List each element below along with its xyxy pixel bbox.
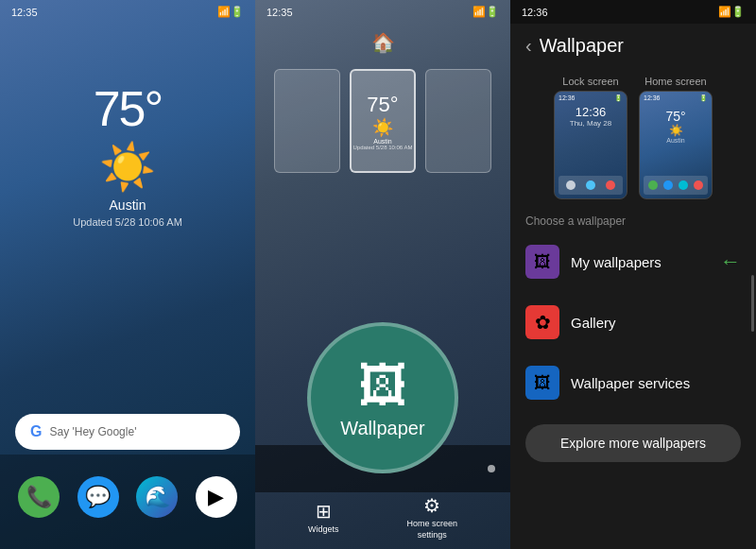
home-screen-preview[interactable]: Home screen 12:36 🔋 75° ☀️ Austin xyxy=(639,76,713,199)
wallpaper-services-option[interactable]: 🖼 Wallpaper services xyxy=(510,352,756,413)
wallpaper-circle-overlay: 🖼 Wallpaper xyxy=(307,322,458,473)
google-search-bar[interactable]: G Say 'Hey Google' xyxy=(15,414,240,450)
mini-screen-center: 75° ☀️ Austin Updated 5/28 10:06 AM xyxy=(350,69,416,173)
middle-indicator-dot xyxy=(488,465,495,472)
preview-home-dock-1 xyxy=(648,180,658,190)
preview-home-city: Austin xyxy=(640,137,712,144)
preview-lock-big-time: 12:36 xyxy=(555,105,627,119)
preview-home-dock xyxy=(644,176,708,195)
settings-header: ‹ Wallpaper xyxy=(510,24,756,68)
preview-dock-1 xyxy=(566,180,576,190)
phone-app-icon[interactable]: 📞 xyxy=(18,476,60,518)
left-sun-icon: ☀️ xyxy=(0,141,255,194)
middle-bottom-icons: ⊞ Widgets ⚙ Home screen settings xyxy=(255,494,510,540)
explore-more-button[interactable]: Explore more wallpapers xyxy=(525,424,741,462)
middle-icons: 📶🔋 xyxy=(472,6,499,18)
mini-weather-widget: 75° ☀️ Austin Updated 5/28 10:06 AM xyxy=(352,93,412,150)
mini-sun: ☀️ xyxy=(352,117,412,138)
left-phone-screen: 12:35 📶🔋 75° ☀️ Austin Updated 5/28 10:0… xyxy=(0,0,255,549)
app-dock: 📞 💬 🌊 ▶ xyxy=(0,455,255,549)
home-screen-thumbnail: 12:36 🔋 75° ☀️ Austin xyxy=(639,91,713,199)
home-screen-label: Home screen xyxy=(639,76,713,87)
mini-screen-left xyxy=(274,69,340,173)
preview-home-time: 12:36 xyxy=(644,94,661,102)
preview-home-sun: ☀️ xyxy=(640,124,712,137)
my-wallpapers-option[interactable]: 🖼 My wallpapers ← xyxy=(510,232,756,292)
preview-home-icons: 🔋 xyxy=(699,94,708,102)
wallpaper-services-label: Wallpaper services xyxy=(571,375,690,391)
left-status-bar: 12:35 📶🔋 xyxy=(0,0,255,24)
lock-screen-thumbnail: 12:36 🔋 12:36 Thu, May 28 xyxy=(554,91,627,199)
settings-status-bar: 12:36 📶🔋 xyxy=(510,0,756,24)
widgets-button[interactable]: ⊞ Widgets xyxy=(308,500,339,534)
home-settings-button[interactable]: ⚙ Home screen settings xyxy=(406,494,457,540)
preview-home-dock-4 xyxy=(694,180,703,190)
mini-updated: Updated 5/28 10:06 AM xyxy=(352,145,412,150)
preview-lock-icons: 🔋 xyxy=(614,94,623,102)
gallery-label: Gallery xyxy=(571,315,616,331)
my-wallpapers-label: My wallpapers xyxy=(571,254,662,270)
wallpaper-overlay-label: Wallpaper xyxy=(340,418,424,439)
play-store-icon[interactable]: ▶ xyxy=(196,476,237,518)
left-icons: 📶🔋 xyxy=(217,6,244,18)
middle-phone-screen: 12:35 📶🔋 🏠 75° ☀️ Austin Updated 5/28 10… xyxy=(255,0,510,549)
choose-wallpaper-label: Choose a wallpaper xyxy=(510,207,756,232)
left-updated: Updated 5/28 10:06 AM xyxy=(0,216,255,228)
preview-home-dock-2 xyxy=(663,180,673,190)
bixby-app-icon[interactable]: 🌊 xyxy=(136,476,178,518)
screen-thumbnails: 75° ☀️ Austin Updated 5/28 10:06 AM xyxy=(255,69,510,173)
preview-lock-time: 12:36 xyxy=(558,94,576,102)
mini-screen-right xyxy=(425,69,491,173)
mini-city: Austin xyxy=(352,138,412,145)
left-city: Austin xyxy=(0,197,255,213)
settings-panel: 12:36 📶🔋 ‹ Wallpaper Lock screen 12:36 🔋… xyxy=(510,0,756,549)
wallpaper-preview-row: Lock screen 12:36 🔋 12:36 Thu, May 28 Ho… xyxy=(510,68,756,207)
scroll-bar xyxy=(751,275,754,332)
left-time: 12:35 xyxy=(11,7,38,18)
settings-system-icons: 📶🔋 xyxy=(718,6,745,18)
settings-title: Wallpaper xyxy=(540,35,624,57)
back-button[interactable]: ‹ xyxy=(525,35,532,57)
left-temperature: 75° xyxy=(94,81,163,136)
lock-screen-label: Lock screen xyxy=(554,76,627,87)
hey-google-text: Say 'Hey Google' xyxy=(49,425,136,438)
middle-time: 12:35 xyxy=(266,7,293,18)
gallery-icon: ✿ xyxy=(525,305,559,339)
home-icon: 🏠 xyxy=(255,31,510,54)
preview-home-weather: 75° ☀️ Austin xyxy=(640,109,712,144)
google-logo: G xyxy=(30,423,42,440)
messages-app-icon[interactable]: 💬 xyxy=(77,476,119,518)
preview-dock-2 xyxy=(586,180,595,190)
my-wallpapers-icon: 🖼 xyxy=(525,245,559,279)
preview-home-temp: 75° xyxy=(640,109,712,124)
preview-lock-dock xyxy=(558,176,623,195)
preview-lock-date: Thu, May 28 xyxy=(555,119,627,128)
preview-dock-3 xyxy=(606,180,615,190)
wallpaper-overlay-icon: 🖼 xyxy=(358,357,407,414)
gallery-option[interactable]: ✿ Gallery xyxy=(510,292,756,352)
lock-screen-preview[interactable]: Lock screen 12:36 🔋 12:36 Thu, May 28 xyxy=(554,76,627,199)
preview-home-dock-3 xyxy=(679,180,688,190)
arrow-indicator: ← xyxy=(720,249,741,274)
middle-status-bar: 12:35 📶🔋 xyxy=(255,0,510,24)
mini-temperature: 75° xyxy=(352,93,412,117)
left-weather-widget: 75° ☀️ Austin Updated 5/28 10:06 AM xyxy=(0,80,255,228)
wallpaper-services-icon: 🖼 xyxy=(525,366,559,400)
settings-time: 12:36 xyxy=(522,7,548,18)
